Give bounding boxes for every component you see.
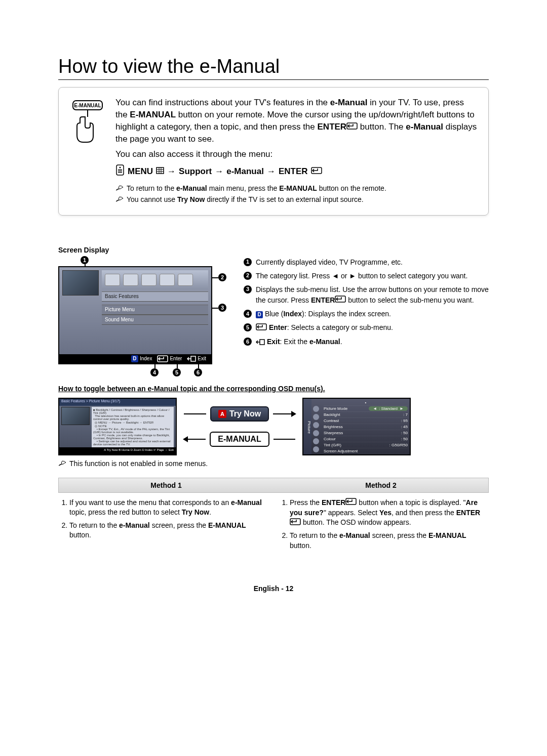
m1-step2: To return to the e-Manual screen, press … bbox=[69, 521, 268, 540]
tv-footer: D Index Enter Exit bbox=[59, 354, 211, 363]
callout-6: 6 bbox=[194, 368, 202, 376]
callout-4: 4 bbox=[150, 368, 159, 376]
legend-5: Enter: Selects a category or sub-menu. bbox=[256, 322, 393, 333]
note-trynow: You cannot use Try Now directly if the T… bbox=[115, 195, 477, 205]
toggle-note: This function is not enabled in some men… bbox=[58, 459, 489, 468]
svg-rect-18 bbox=[260, 340, 264, 345]
svg-text:E-MANUAL: E-MANUAL bbox=[74, 103, 101, 108]
method2-col: Press the ENTER button when a topic is d… bbox=[279, 498, 489, 554]
intro-box: E-MANUAL You can find instructions about… bbox=[58, 87, 489, 216]
legend-1: Currently displayed video, TV Programme,… bbox=[256, 257, 403, 268]
emanual-hand-icon: E-MANUAL bbox=[70, 97, 105, 206]
tv-preview-thumb bbox=[62, 270, 99, 296]
tv-tab-sound: Sound Menu bbox=[102, 315, 208, 325]
methods-header: Method 1 Method 2 bbox=[58, 478, 489, 493]
tv-tab-basic: Basic Features bbox=[102, 291, 208, 302]
m2-step2: To return to the e-Manual screen, press … bbox=[290, 531, 489, 551]
enter-icon bbox=[346, 121, 358, 133]
note-icon bbox=[115, 195, 124, 205]
emanual-thumb: Basic Features > Picture Menu (3/17) ■ B… bbox=[58, 398, 177, 455]
osd-thumb: Picture • Picture Mode◄ : Standard ► Bac… bbox=[302, 398, 411, 455]
svg-rect-6 bbox=[118, 170, 122, 171]
screen-display-label: Screen Display bbox=[58, 246, 489, 254]
svg-rect-7 bbox=[118, 172, 122, 173]
svg-rect-8 bbox=[157, 167, 164, 174]
legend-3: Displays the sub-menu list. Use the arro… bbox=[256, 284, 489, 306]
legend-list: 1Currently displayed video, TV Programme… bbox=[244, 257, 489, 351]
remote-icon bbox=[115, 164, 125, 179]
svg-rect-15 bbox=[191, 356, 196, 361]
intro-access-line: You can also access it through the menu: bbox=[115, 148, 477, 160]
legend-6: Exit: Exit the e-Manual. bbox=[256, 337, 342, 347]
callout-3: 3 bbox=[218, 304, 226, 312]
note-return: To return to the e-Manual main menu, pre… bbox=[115, 184, 477, 194]
toggle-diagram: Basic Features > Picture Menu (3/17) ■ B… bbox=[58, 398, 489, 455]
enter-icon bbox=[311, 165, 322, 178]
intro-paragraph: You can find instructions about your TV'… bbox=[115, 97, 477, 145]
svg-point-5 bbox=[120, 166, 121, 168]
note-icon bbox=[115, 184, 124, 194]
method2-header: Method 2 bbox=[274, 478, 488, 492]
callout-5: 5 bbox=[173, 368, 181, 376]
callout-2: 2 bbox=[218, 273, 226, 281]
emanual-button[interactable]: E-MANUAL bbox=[210, 432, 269, 447]
tv-category-row bbox=[102, 270, 208, 289]
method1-col: If you want to use the menu that corresp… bbox=[58, 498, 268, 554]
tv-frame: Basic Features Picture Menu Sound Menu D… bbox=[58, 266, 212, 364]
m1-step1: If you want to use the menu that corresp… bbox=[69, 498, 268, 518]
legend-2: The category list. Press ◄ or ► button t… bbox=[256, 271, 467, 281]
tv-tab-picture: Picture Menu bbox=[102, 305, 208, 315]
menu-grid-icon bbox=[156, 165, 164, 178]
menu-path: MENU → Support → e-Manual → ENTER bbox=[115, 164, 477, 179]
m2-step1: Press the ENTER button when a topic is d… bbox=[290, 498, 489, 528]
screen-display-figure: 1 Basic Features Picture Menu Sound Menu… bbox=[58, 257, 225, 364]
try-now-button[interactable]: ATry Now bbox=[210, 406, 269, 422]
method1-header: Method 1 bbox=[59, 478, 274, 492]
page-title: How to view the e-Manual bbox=[58, 56, 489, 80]
page-footer: English - 12 bbox=[58, 584, 489, 593]
legend-4: D Blue (Index): Displays the index scree… bbox=[256, 309, 391, 319]
callout-1: 1 bbox=[81, 256, 89, 264]
toggle-heading: How to toggle between an e-Manual topic … bbox=[58, 385, 489, 393]
note-icon bbox=[58, 459, 66, 468]
